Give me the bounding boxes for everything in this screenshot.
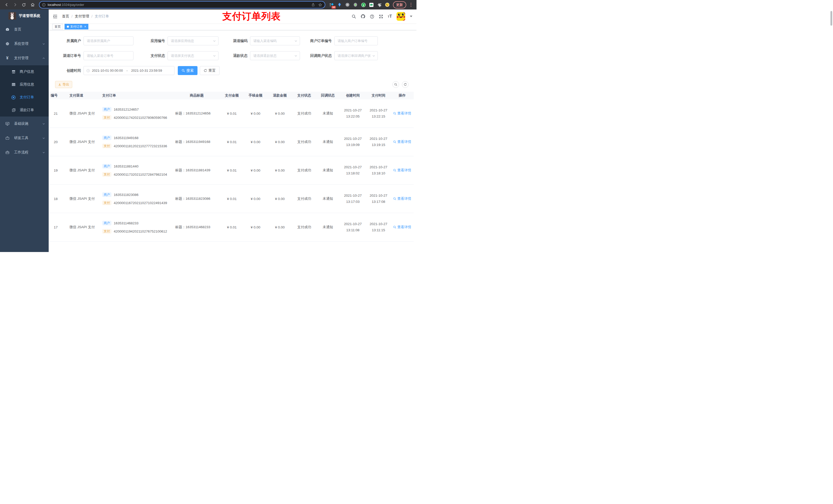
reload-icon[interactable] (20, 1, 27, 8)
avatar-caret-icon[interactable] (410, 15, 412, 18)
cell-channel: 微信 JSAPI 支付 (62, 196, 100, 201)
site-info-icon[interactable] (42, 3, 46, 7)
channel-code-field[interactable] (250, 37, 300, 45)
fullscreen-icon[interactable] (379, 14, 383, 19)
url-text: localhost:1024/pay/order (48, 3, 311, 7)
extension-command-icon[interactable]: ⌘ (345, 3, 350, 7)
extension-grey-dot-icon[interactable] (353, 3, 358, 7)
extension-diamond-icon[interactable]: 10 (329, 3, 334, 7)
app-logo[interactable]: 芋道管理系统 (0, 9, 49, 22)
sidebar-item-system[interactable]: 系统管理 (0, 37, 49, 51)
view-detail-link[interactable]: 查看详情 (390, 111, 414, 116)
sidebar-item-pay[interactable]: ¥ 支付管理 (0, 51, 49, 65)
app-select-field[interactable] (168, 37, 218, 45)
refund-status-field[interactable] (250, 51, 300, 60)
cell-create-time: 13:19:09 (346, 143, 360, 147)
share-icon[interactable] (311, 3, 315, 7)
create-time-range-picker[interactable]: 2021-10-01 00:00:00 - 2021-10-31 23:59:5… (84, 66, 174, 75)
magnifier-icon (393, 225, 396, 229)
gear-icon (5, 42, 9, 46)
extension-chat-icon[interactable] (369, 3, 374, 7)
view-detail-link[interactable]: 查看详情 (390, 168, 414, 173)
view-detail-label: 查看详情 (397, 140, 411, 144)
sidebar-fold-icon[interactable] (53, 14, 57, 19)
channel-order-field[interactable] (84, 51, 133, 60)
view-detail-link[interactable]: 查看详情 (390, 225, 414, 230)
cell-create-time: 13:17:03 (346, 200, 360, 203)
sidebar-item-label: 首页 (14, 27, 45, 32)
app-label: 应用编号 (134, 39, 168, 43)
search-icon[interactable] (352, 14, 356, 19)
breadcrumb-pay[interactable]: 支付管理 (75, 14, 89, 19)
channel-code-select[interactable] (250, 37, 300, 45)
sidebar-item-infra[interactable]: 基础设施 (0, 117, 49, 131)
breadcrumb-home[interactable]: 首页 (62, 14, 69, 19)
tab-pay-order[interactable]: 支付订单× (65, 24, 88, 29)
close-icon[interactable]: × (84, 25, 86, 28)
toggle-search-button[interactable] (392, 81, 399, 88)
export-button[interactable]: 导出 (55, 81, 72, 88)
browser-toolbar: localhost:1024/pay/order 10 ⌘ y 更新 (0, 0, 416, 9)
view-detail-link[interactable]: 查看详情 (390, 196, 414, 201)
search-button[interactable]: 搜索 (178, 66, 197, 75)
browser-update-button[interactable]: 更新 (393, 1, 406, 8)
user-avatar[interactable] (397, 12, 405, 21)
cell-channel: 微信 JSAPI 支付 (62, 140, 100, 144)
sidebar-item-home[interactable]: 首页 (0, 22, 49, 37)
reset-button[interactable]: 重置 (200, 66, 219, 75)
sidebar-item-pay-order[interactable]: ¥ 支付订单 (0, 91, 49, 104)
sidebar-item-refund-order[interactable]: 退款订单 (0, 104, 49, 117)
merchant-order-input[interactable] (334, 37, 378, 45)
refresh-table-button[interactable] (402, 81, 409, 88)
title-prefix: 标题： (175, 140, 186, 144)
filter-row-2: 渠道订单号 支付状态 退款状态 回调商户状态 (54, 51, 411, 60)
home-icon[interactable] (29, 1, 36, 8)
extension-gem-icon[interactable] (337, 3, 342, 7)
cell-amount: ¥ 0.01 (220, 140, 243, 144)
create-time-label: 创建时间 (54, 68, 84, 73)
sidebar-item-workflow[interactable]: 工作流程 (0, 145, 49, 160)
view-detail-label: 查看详情 (397, 196, 411, 201)
browser-menu-icon[interactable] (410, 3, 413, 7)
chevron-down-icon (42, 122, 45, 125)
refund-status-select[interactable] (250, 51, 300, 60)
merchant-tag: 商户 (102, 107, 112, 112)
sidebar-item-dev-tools[interactable]: 研发工具 (0, 131, 49, 145)
cell-refund: ¥ 0.00 (268, 112, 292, 116)
extension-y-icon[interactable]: y (361, 3, 366, 7)
address-bar[interactable]: localhost:1024/pay/order (39, 1, 325, 8)
table-row: 18 微信 JSAPI 支付 商户1635311823086 支付4200001… (49, 185, 414, 213)
extensions-puzzle-icon[interactable] (377, 3, 382, 7)
profile-emoji-avatar[interactable] (385, 3, 389, 7)
help-icon[interactable] (370, 14, 374, 19)
github-icon[interactable] (361, 14, 365, 19)
tab-home[interactable]: 首页 (52, 24, 63, 29)
chevron-down-icon (294, 54, 298, 57)
pay-tag: 支付 (102, 200, 112, 205)
view-detail-link[interactable]: 查看详情 (390, 140, 414, 144)
cell-fee: ¥ 0.00 (243, 112, 268, 116)
merchant-order-field[interactable] (335, 37, 378, 45)
forward-icon[interactable] (11, 1, 19, 8)
pay-status-select[interactable] (168, 51, 218, 60)
shop-icon (11, 70, 16, 74)
cell-pay-date: 2021-10-27 (370, 137, 387, 141)
channel-order-input[interactable] (84, 51, 134, 60)
table-row-partial: 商户1635311151736 (49, 241, 414, 252)
bookmark-star-icon[interactable] (318, 3, 322, 7)
notify-status-field[interactable] (335, 51, 378, 60)
table-toolbar: 导出 (54, 81, 411, 88)
dashboard-icon (5, 27, 9, 31)
back-icon[interactable] (3, 1, 10, 8)
sidebar-item-app-info[interactable]: 应用信息 (0, 78, 49, 91)
sidebar-item-merchant-info[interactable]: 商户信息 (0, 65, 49, 78)
pay-status-field[interactable] (168, 51, 218, 60)
font-size-icon[interactable]: TT (388, 14, 392, 19)
merchant-tag: 商户 (102, 164, 112, 169)
pay-order-no: 4200001194202110276752100612 (114, 230, 167, 233)
merchant-input[interactable] (84, 37, 134, 45)
app-select[interactable] (168, 37, 218, 45)
view-detail-label: 查看详情 (397, 225, 411, 230)
notify-status-select[interactable] (334, 51, 378, 60)
merchant-input-field[interactable] (84, 37, 133, 45)
